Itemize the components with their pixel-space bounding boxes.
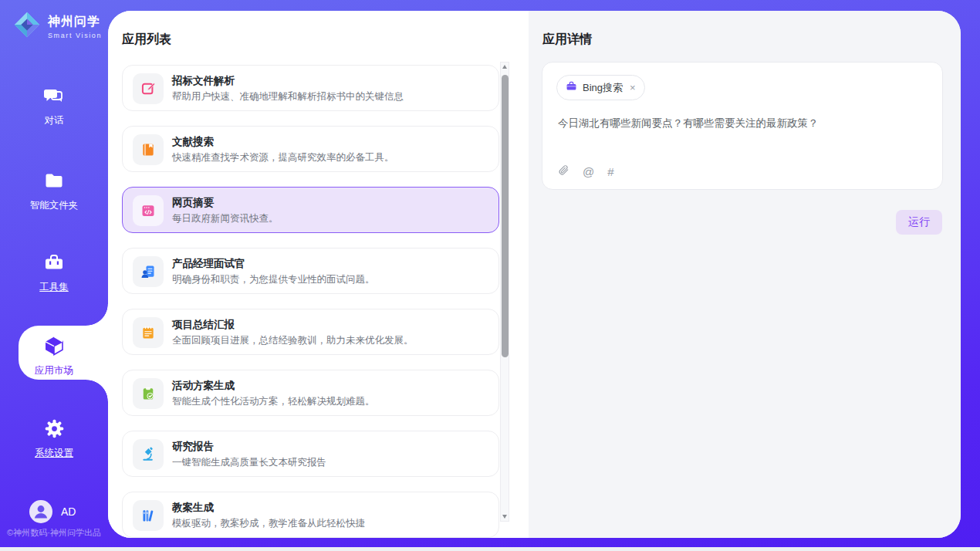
- app-description: 帮助用户快速、准确地理解和解析招标书中的关键信息: [172, 90, 404, 103]
- app-detail-panel: 应用详情 Bing搜索 × 今日湖北有哪些新闻要点？有哪些需要关注的最新政策？: [529, 11, 961, 538]
- scrollbar-thumb[interactable]: [502, 75, 509, 357]
- brand-diamond-icon: [12, 10, 42, 42]
- sidebar-item-app-market[interactable]: 应用市场: [0, 335, 108, 377]
- app-description: 一键智能生成高质量长文本研究报告: [172, 456, 326, 469]
- app-card-project-summary[interactable]: 项目总结汇报 全面回顾项目进展，总结经验教训，助力未来优化发展。: [122, 309, 499, 355]
- app-title: 文献搜索: [172, 135, 214, 149]
- app-title: 产品经理面试官: [172, 257, 245, 271]
- app-description: 智能生成个性化活动方案，轻松解决规划难题。: [172, 395, 375, 408]
- sidebar: 神州问学 Smart Vision 对话 智能文件夹: [0, 0, 108, 547]
- list-scrollbar[interactable]: [500, 62, 509, 522]
- paperclip-icon[interactable]: [558, 164, 569, 180]
- copyright-text: ©神州数码·神州问学出品: [0, 527, 108, 539]
- app-title: 网页摘要: [172, 196, 214, 210]
- app-description: 模板驱动，教案秒成，教学准备从此轻松快捷: [172, 517, 365, 530]
- run-button[interactable]: 运行: [896, 210, 942, 235]
- avatar: [29, 500, 52, 523]
- query-composer[interactable]: Bing搜索 × 今日湖北有哪些新闻要点？有哪些需要关注的最新政策？ @ #: [542, 62, 943, 190]
- sidebar-item-chat[interactable]: 对话: [0, 85, 108, 127]
- toolbox-icon: [43, 252, 65, 273]
- book-icon: [133, 134, 164, 165]
- user-account[interactable]: AD: [29, 500, 76, 523]
- app-title: 教案生成: [172, 501, 214, 515]
- app-title: 活动方案生成: [172, 379, 235, 393]
- app-card-event-plan[interactable]: 活动方案生成 智能生成个性化活动方案，轻松解决规划难题。: [122, 370, 499, 416]
- sidebar-item-label: 应用市场: [0, 364, 108, 377]
- app-title: 项目总结汇报: [172, 318, 235, 332]
- chat-icon: [43, 85, 65, 106]
- hashtag-icon[interactable]: #: [607, 165, 613, 178]
- app-card-list: 招标文件解析 帮助用户快速、准确地理解和解析招标书中的关键信息 文献搜索 快速精…: [122, 65, 500, 538]
- query-text[interactable]: 今日湖北有哪些新闻要点？有哪些需要关注的最新政策？: [558, 117, 928, 130]
- tool-chip-bing-search[interactable]: Bing搜索 ×: [556, 75, 645, 100]
- microscope-icon: [133, 439, 164, 470]
- app-description: 明确身份和职责，为您提供专业性的面试问题。: [172, 273, 375, 286]
- person-doc-icon: [133, 256, 164, 287]
- sidebar-item-label: 智能文件夹: [0, 199, 108, 212]
- briefcase-icon: [566, 80, 577, 95]
- app-card-research-report[interactable]: 研究报告 一键智能生成高质量长文本研究报告: [122, 431, 499, 477]
- tool-chip-label: Bing搜索: [583, 81, 623, 95]
- app-card-literature-search[interactable]: 文献搜索 快速精准查找学术资源，提高研究效率的必备工具。: [122, 126, 499, 172]
- main-content: 应用列表 招标文件解析 帮助用户快速、准确地理解和解析招标书中的关键信息: [108, 11, 961, 538]
- app-detail-title: 应用详情: [542, 32, 592, 48]
- sidebar-item-label: 系统设置: [0, 447, 108, 460]
- clipboard-check-icon: [133, 378, 164, 409]
- app-title: 招标文件解析: [172, 74, 235, 88]
- sidebar-item-settings[interactable]: 系统设置: [0, 418, 108, 460]
- app-list-panel: 应用列表 招标文件解析 帮助用户快速、准确地理解和解析招标书中的关键信息: [108, 11, 529, 538]
- scroll-up-button[interactable]: [501, 63, 509, 72]
- app-card-bid-parse[interactable]: 招标文件解析 帮助用户快速、准确地理解和解析招标书中的关键信息: [122, 65, 499, 111]
- cube-icon: [43, 335, 65, 357]
- notepad-icon: [133, 317, 164, 348]
- mention-icon[interactable]: @: [583, 165, 594, 178]
- folder-icon: [43, 170, 65, 191]
- sidebar-item-label: 对话: [0, 114, 108, 127]
- user-name: AD: [61, 505, 76, 518]
- app-card-pm-interviewer[interactable]: 产品经理面试官 明确身份和职责，为您提供专业性的面试问题。: [122, 248, 499, 294]
- composer-toolbar: @ #: [558, 164, 614, 180]
- pen-square-icon: [133, 73, 164, 104]
- brand-logo: 神州问学 Smart Vision: [12, 10, 102, 42]
- app-title: 研究报告: [172, 440, 214, 454]
- app-description: 全面回顾项目进展，总结经验教训，助力未来优化发展。: [172, 334, 414, 347]
- app-list-title: 应用列表: [122, 32, 171, 48]
- brand-subtitle: Smart Vision: [48, 32, 102, 39]
- brand-name: 神州问学: [48, 14, 102, 30]
- app-description: 快速精准查找学术资源，提高研究效率的必备工具。: [172, 151, 394, 164]
- books-icon: [133, 500, 164, 531]
- sidebar-item-smart-folder[interactable]: 智能文件夹: [0, 170, 108, 212]
- app-card-lesson-plan[interactable]: 教案生成 模板驱动，教案秒成，教学准备从此轻松快捷: [122, 492, 499, 538]
- app-description: 每日政府新闻资讯快查。: [172, 212, 279, 225]
- scroll-down-button[interactable]: [501, 512, 509, 521]
- gear-icon: [44, 418, 65, 440]
- app-card-web-summary[interactable]: 网页摘要 每日政府新闻资讯快查。: [122, 187, 499, 233]
- browser-code-icon: [133, 195, 164, 226]
- sidebar-item-label: 工具集: [0, 281, 108, 294]
- sidebar-item-toolset[interactable]: 工具集: [0, 252, 108, 294]
- close-icon[interactable]: ×: [630, 82, 636, 93]
